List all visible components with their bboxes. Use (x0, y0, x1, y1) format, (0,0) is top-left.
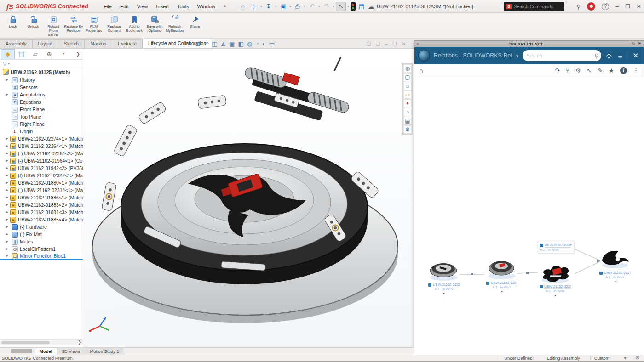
menu-item[interactable]: Window (193, 2, 219, 11)
measure-icon[interactable]: ∡ (221, 40, 226, 47)
dropdown-caret-icon[interactable]: ▾ (333, 5, 335, 8)
display-style-icon[interactable]: ◍ (247, 40, 252, 47)
hamburger-menu-icon[interactable]: ≡ (617, 52, 624, 60)
select-arrow-icon[interactable]: ↖ (587, 67, 592, 74)
tree-item[interactable]: (f) UBW-21162-02327<1> (Match In (0, 172, 83, 179)
status-dropdown-icon[interactable]: ▾ (620, 356, 631, 361)
select-icon[interactable] (336, 2, 346, 11)
tree-item[interactable]: (-) UBW-21162-01964<1> (Conditio (0, 157, 83, 164)
tree-root-item[interactable]: UBW-21162-01125 (Match) (0, 68, 83, 76)
panel-collapse-icon[interactable]: » (414, 42, 421, 46)
restore-document-icon[interactable]: ❐ (393, 41, 397, 46)
tree-item[interactable]: Top Plane (0, 113, 83, 120)
status-tag-icon[interactable]: ✉ (631, 356, 644, 361)
panel-icon[interactable]: ▤ (403, 117, 412, 125)
relations-graph-canvas[interactable]: UBW-21162-01125 A.1 · In Work ▾ UBW-2116… (414, 77, 644, 355)
save-icon[interactable] (278, 2, 288, 11)
expand-arrow-icon[interactable] (6, 144, 8, 148)
display-pie-icon[interactable]: ◔ (403, 108, 412, 116)
tree-tabs-expand-icon[interactable]: ❯ (76, 51, 83, 57)
expand-caret-icon[interactable]: ▾ (484, 290, 519, 293)
close-window-icon[interactable]: ✕ (637, 3, 641, 10)
menu-item[interactable]: Edit (116, 2, 133, 11)
panel-search-input[interactable] (526, 53, 592, 58)
relation-card[interactable]: UBW-21162-01964 A.1 · In Work ⌄ (538, 241, 575, 253)
dropdown-caret-icon[interactable]: ▾ (260, 5, 262, 8)
relation-node[interactable]: UBW-21162-01942 A.1 · In Work ▾ (484, 256, 519, 293)
section-view-icon[interactable]: ◫ (212, 40, 217, 47)
user-avatar[interactable]: ☻ (587, 2, 595, 11)
minimize-window-icon[interactable]: – (615, 3, 619, 10)
expand-arrow-icon[interactable] (6, 78, 10, 82)
network-icon[interactable]: ⑂ (566, 67, 569, 74)
task-pane-icon[interactable] (356, 2, 367, 11)
expand-caret-icon[interactable]: ⌄ (570, 243, 573, 246)
tree-item[interactable]: UBW-21162-02264<1> (Match Spr (0, 142, 83, 150)
tree-item[interactable]: UBW-21162-01886<1> (Match Zinc (0, 194, 83, 201)
assembly-visualization-icon[interactable]: ▣ (229, 40, 235, 47)
tab-featuremanager-tree[interactable]: ◆ (1, 49, 15, 59)
home-arrow-icon[interactable]: ⌂ (403, 82, 412, 90)
tab-configurations[interactable]: ▱ (29, 49, 42, 59)
expand-arrow-icon[interactable] (6, 210, 8, 214)
menu-item[interactable]: View (133, 2, 152, 11)
assembly-3d-model[interactable] (83, 49, 414, 348)
replace-by-revision-button[interactable]: Replace By Revision (63, 14, 84, 33)
tree-item[interactable]: Annotations (0, 91, 83, 98)
expand-arrow-icon[interactable] (6, 240, 10, 243)
expand-caret-icon[interactable]: ▾ (538, 294, 573, 297)
minimize-document-icon[interactable]: – (385, 41, 388, 46)
command-manager-tab[interactable]: Markup (84, 39, 112, 48)
print-icon[interactable] (293, 2, 303, 11)
hide-show-items-icon[interactable]: ◔ (255, 40, 259, 47)
expand-arrow-icon[interactable] (6, 181, 8, 185)
help-icon[interactable]: ? (602, 3, 609, 10)
3dexperience-compass-icon[interactable] (418, 50, 430, 62)
folder-icon[interactable]: ▱ (403, 90, 412, 99)
zoom-to-area-icon[interactable]: ⊞ (196, 40, 201, 47)
reload-from-server-button[interactable]: Reload From Server (43, 14, 63, 37)
tools-icon[interactable]: ✦ (403, 99, 412, 107)
edit-pencil-icon[interactable]: ✎ (598, 67, 603, 74)
search-icon[interactable]: ⚲ (576, 3, 581, 10)
expand-arrow-icon[interactable] (6, 232, 10, 236)
expand-arrow-icon[interactable] (6, 174, 8, 177)
expand-caret-icon[interactable]: ▾ (598, 280, 632, 283)
plm-properties-button[interactable]: PLM Properties (84, 14, 104, 33)
edit-appearance-icon[interactable]: ◐ (262, 40, 266, 47)
tree-item[interactable]: UBW-21162-01885<4> (Match Zinc (0, 216, 83, 223)
view-settings-icon[interactable]: ▭ (269, 40, 275, 47)
command-manager-tab[interactable]: Sketch (58, 39, 85, 48)
search-icon[interactable]: ⚲ (594, 52, 599, 59)
relation-node[interactable]: UBW-21162-02364 A.1 · In Work ▾ (538, 260, 573, 297)
filter-dropdown-icon[interactable]: ▾ (8, 62, 10, 66)
lock-button[interactable]: Lock (3, 14, 23, 28)
expand-arrow-icon[interactable] (6, 225, 10, 229)
scrollbar-thumb[interactable] (1, 341, 50, 344)
expand-arrow-icon[interactable] (6, 196, 8, 199)
3dexperience-globe-icon[interactable]: ◍ (403, 64, 412, 73)
view-tab[interactable]: Model (34, 348, 57, 355)
tree-item[interactable]: UBW-21162-01881<3> (Match Zinc (0, 209, 83, 216)
favorites-star-icon[interactable]: ★ (609, 67, 614, 74)
unlock-button[interactable]: Unlock (23, 14, 43, 28)
tree-horizontal-scrollbar[interactable]: ❯ (0, 339, 83, 345)
dropdown-caret-icon[interactable]: ▾ (289, 5, 291, 8)
tree-item[interactable]: Front Plane (0, 106, 83, 113)
expand-arrow-icon[interactable] (6, 188, 8, 192)
command-manager-tab[interactable]: Assembly (0, 39, 33, 48)
view-orientation-icon[interactable]: ◧ (238, 40, 244, 47)
dropdown-caret-icon[interactable]: ▾ (318, 5, 320, 8)
panel-refresh-icon[interactable]: ↻ (632, 42, 635, 46)
box-icon[interactable]: ▢ (403, 73, 412, 81)
view-tab[interactable]: 3D Views (57, 348, 85, 355)
tree-item[interactable]: (-) Hardware (0, 223, 83, 231)
undock-icon[interactable]: ❏ (376, 41, 380, 46)
menu-item[interactable]: File (99, 2, 116, 11)
tree-item[interactable]: Mates (0, 238, 83, 245)
home-icon[interactable] (238, 2, 248, 11)
home-icon[interactable]: ⌂ (419, 67, 423, 74)
tree-item[interactable]: UBW-21162-01883<2> (Match Zinc (0, 201, 83, 209)
settings-icon[interactable]: ⚙ (403, 125, 412, 134)
command-search[interactable]: S (504, 2, 564, 11)
